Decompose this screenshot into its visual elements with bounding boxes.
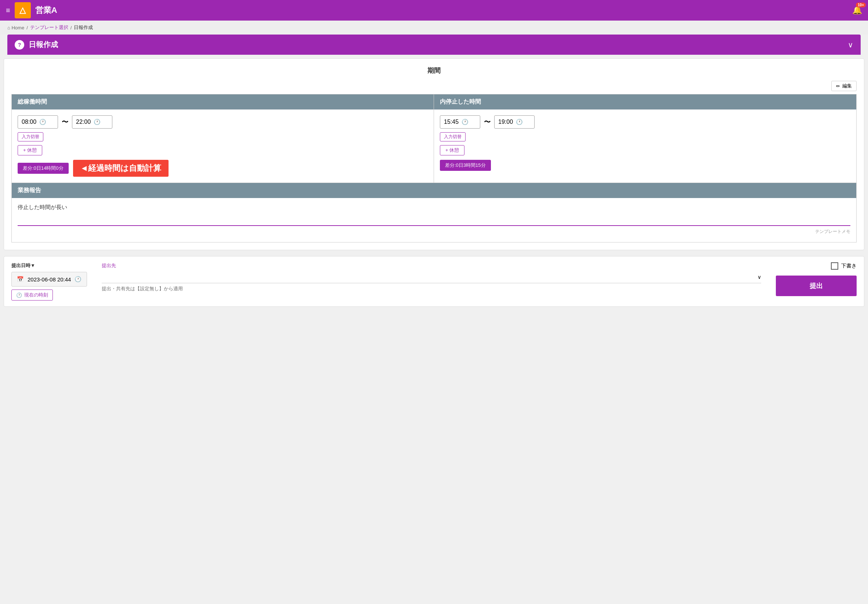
- header-left: ≡ △ 営業A: [6, 2, 57, 19]
- breadcrumb-template-link[interactable]: テンプレート選択: [30, 24, 68, 31]
- total-time-inputs: 08:00 🕐 〜 22:00 🕐: [18, 115, 428, 129]
- draft-checkbox[interactable]: [831, 262, 838, 270]
- stop-time-col: 内停止した時間 15:45 🕐 〜 19:00 🕐: [434, 95, 856, 183]
- current-time-clock-icon: 🕐: [16, 292, 22, 298]
- submit-date-section: 提出日時▼ 📅 2023-06-08 20:44 🕐 🕐 現在の時刻: [11, 262, 87, 301]
- page-title: 日報作成: [29, 40, 58, 50]
- total-break-btn[interactable]: + 休憩: [18, 145, 42, 155]
- current-time-label: 現在の時刻: [24, 292, 48, 298]
- breadcrumb-sep: /: [26, 25, 28, 31]
- stop-break-btn[interactable]: + 休憩: [440, 145, 465, 155]
- page-title-bar: ? 日報作成 ∨: [7, 34, 861, 55]
- edit-btn-row: ✏ 編集: [11, 81, 857, 91]
- period-card: 期間 ✏ 編集 総稼働時間 08:00 🕐 〜: [4, 58, 864, 250]
- submit-to-row[interactable]: ∨: [102, 271, 761, 283]
- notification-badge: 10+: [856, 3, 866, 7]
- total-start-time-box[interactable]: 08:00 🕐: [18, 115, 58, 129]
- edit-button[interactable]: ✏ 編集: [831, 81, 857, 91]
- stop-time-header: 内停止した時間: [434, 95, 856, 109]
- submit-main-button[interactable]: 提出: [776, 276, 857, 296]
- report-header: 業務報告: [12, 183, 856, 198]
- breadcrumb-sep2: /: [70, 25, 72, 31]
- stop-time-body: 15:45 🕐 〜 19:00 🕐 入力切替 + 休憩: [434, 109, 856, 177]
- total-diff-badge: 差分:0日14時間0分: [18, 163, 69, 174]
- page-title-bar-left: ? 日報作成: [15, 40, 58, 50]
- notification-area: 🔔 10+: [852, 6, 862, 15]
- time-grid: 総稼働時間 08:00 🕐 〜 22:00 🕐: [11, 94, 857, 183]
- total-work-body: 08:00 🕐 〜 22:00 🕐 入力切替 + 休憩: [12, 109, 434, 183]
- time-tilde-2: 〜: [484, 118, 491, 126]
- stop-start-time-box[interactable]: 15:45 🕐: [440, 115, 480, 129]
- app-logo: △: [15, 2, 31, 19]
- period-title: 期間: [11, 66, 857, 75]
- auto-calc-banner: ◄経過時間は自動計算: [73, 160, 169, 177]
- report-section: 業務報告 停止した時間が長い テンプレートメモ: [11, 183, 857, 242]
- help-icon[interactable]: ?: [15, 40, 24, 50]
- total-start-time-value: 08:00: [22, 119, 36, 125]
- stop-time-inputs: 15:45 🕐 〜 19:00 🕐: [440, 115, 850, 129]
- submit-to-chevron: ∨: [758, 274, 761, 280]
- submit-to-label: 提出先: [102, 262, 761, 269]
- draft-submit-section: 下書き 提出: [776, 262, 857, 296]
- total-end-time-box[interactable]: 22:00 🕐: [72, 115, 112, 129]
- breadcrumb-home[interactable]: ⌂ Home: [7, 25, 24, 31]
- date-row: 📅 2023-06-08 20:44 🕐: [11, 272, 87, 287]
- edit-label: 編集: [842, 83, 852, 89]
- stop-end-clock-icon: 🕐: [516, 119, 523, 125]
- submit-to-section: 提出先 ∨ 提出・共有先は【設定無し】から適用: [102, 262, 761, 292]
- total-work-header: 総稼働時間: [12, 95, 434, 109]
- edit-icon: ✏: [836, 84, 840, 89]
- current-time-btn[interactable]: 🕐 現在の時刻: [11, 289, 53, 301]
- header: ≡ △ 営業A 🔔 10+: [0, 0, 868, 20]
- calendar-icon: 📅: [17, 276, 24, 283]
- clock-icon-date: 🕐: [74, 276, 82, 283]
- total-start-clock-icon: 🕐: [39, 119, 46, 125]
- submit-to-desc: 提出・共有先は【設定無し】から適用: [102, 286, 761, 292]
- main-content: 期間 ✏ 編集 総稼働時間 08:00 🕐 〜: [0, 55, 868, 311]
- hamburger-icon[interactable]: ≡: [6, 6, 10, 15]
- total-end-time-value: 22:00: [76, 119, 91, 125]
- stop-end-time-value: 19:00: [498, 119, 513, 125]
- stop-diff-badge: 差分:0日3時間15分: [440, 160, 491, 171]
- header-right: 🔔 10+: [852, 6, 862, 15]
- draft-checkbox-row: 下書き: [831, 262, 857, 270]
- total-end-clock-icon: 🕐: [94, 119, 101, 125]
- app-title: 営業A: [35, 5, 57, 16]
- stop-start-time-value: 15:45: [444, 119, 459, 125]
- bottom-card: 提出日時▼ 📅 2023-06-08 20:44 🕐 🕐 現在の時刻 提出先 ∨…: [4, 256, 864, 307]
- time-tilde-1: 〜: [62, 118, 68, 126]
- total-switch-btn[interactable]: 入力切替: [18, 132, 43, 141]
- template-memo: テンプレートメモ: [18, 227, 850, 236]
- draft-label: 下書き: [841, 263, 857, 269]
- total-diff-row: 差分:0日14時間0分 ◄経過時間は自動計算: [18, 160, 428, 177]
- stop-switch-btn[interactable]: 入力切替: [440, 132, 466, 141]
- chevron-down-icon[interactable]: ∨: [848, 40, 853, 49]
- date-value: 2023-06-08 20:44: [28, 276, 71, 283]
- report-body: 停止した時間が長い テンプレートメモ: [12, 198, 856, 242]
- report-textarea[interactable]: 停止した時間が長い: [18, 204, 850, 226]
- total-work-col: 総稼働時間 08:00 🕐 〜 22:00 🕐: [12, 95, 434, 183]
- breadcrumb-current: 日報作成: [74, 24, 93, 31]
- submit-date-label: 提出日時▼: [11, 262, 87, 269]
- stop-diff-row: 差分:0日3時間15分: [440, 160, 850, 171]
- breadcrumb: ⌂ Home / テンプレート選択 / 日報作成: [0, 20, 868, 34]
- stop-end-time-box[interactable]: 19:00 🕐: [494, 115, 535, 129]
- stop-start-clock-icon: 🕐: [462, 119, 468, 125]
